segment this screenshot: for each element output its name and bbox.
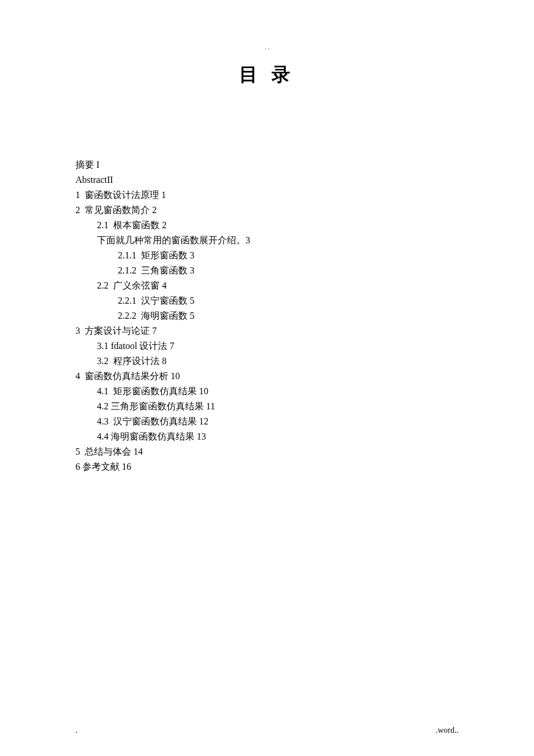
toc-entry: 6 参考文献 16 bbox=[75, 459, 459, 474]
toc-entry: 摘要 I bbox=[75, 157, 459, 172]
toc-entry: 4.4 海明窗函数仿真结果 13 bbox=[75, 429, 459, 444]
toc-entry: 4.2 三角形窗函数仿真结果 11 bbox=[75, 399, 459, 414]
toc-entry: 4 窗函数仿真结果分析 10 bbox=[75, 369, 459, 384]
toc-entry: 下面就几种常用的窗函数展开介绍。3 bbox=[75, 233, 459, 248]
header-dots: . . bbox=[75, 46, 459, 48]
document-page: . . 目 录 摘要 IAbstractII1 窗函数设计法原理 12 常见窗函… bbox=[0, 0, 534, 498]
toc-entry: 3 方案设计与论证 7 bbox=[75, 323, 459, 339]
toc-entry: 2 常见窗函数简介 2 bbox=[75, 203, 459, 218]
toc-entry: 2.1 根本窗函数 2 bbox=[75, 218, 459, 233]
toc-entry: AbstractII bbox=[75, 172, 459, 188]
toc-entry: 4.1 矩形窗函数仿真结果 10 bbox=[75, 384, 459, 399]
toc-entry: 5 总结与体会 14 bbox=[75, 444, 459, 459]
footer-right: .word.. bbox=[436, 726, 459, 735]
toc-entry: 2.2.2 海明窗函数 5 bbox=[75, 308, 459, 323]
page-footer: . .word.. bbox=[75, 726, 459, 735]
toc-entry: 3.1 fdatool 设计法 7 bbox=[75, 339, 459, 354]
toc-entry: 2.1.1 矩形窗函数 3 bbox=[75, 248, 459, 263]
toc-entry: 4.3 汉宁窗函数仿真结果 12 bbox=[75, 414, 459, 429]
footer-left: . bbox=[75, 726, 78, 735]
toc-entry: 2.2.1 汉宁窗函数 5 bbox=[75, 293, 459, 308]
toc-entry: 2.2 广义余弦窗 4 bbox=[75, 278, 459, 293]
toc-entry: 2.1.2 三角窗函数 3 bbox=[75, 263, 459, 278]
table-of-contents: 摘要 IAbstractII1 窗函数设计法原理 12 常见窗函数简介 22.1… bbox=[75, 157, 459, 474]
toc-entry: 3.2 程序设计法 8 bbox=[75, 354, 459, 369]
toc-entry: 1 窗函数设计法原理 1 bbox=[75, 188, 459, 203]
page-title: 目 录 bbox=[75, 62, 459, 88]
